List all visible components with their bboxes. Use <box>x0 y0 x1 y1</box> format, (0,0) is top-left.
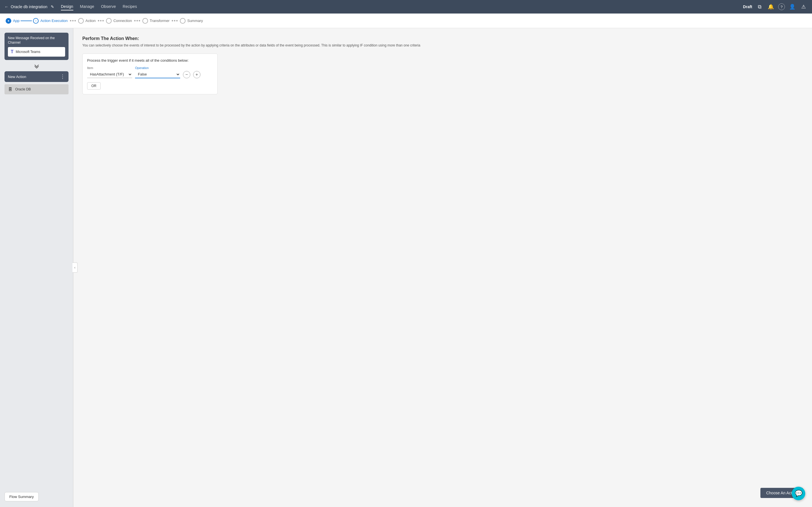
step-label-action-execution: Action Execution <box>40 18 68 23</box>
top-navigation: ← Oracle db integration ✎ Design Manage … <box>0 0 812 13</box>
action-card[interactable]: New Action ⋮ <box>4 71 68 82</box>
step-transformer[interactable]: Transformer <box>142 18 169 24</box>
step-circle-action <box>78 18 84 24</box>
back-button[interactable]: ← Oracle db integration ✎ <box>4 4 54 9</box>
step-label-action: Action <box>86 18 96 23</box>
step-label-summary: Summary <box>187 18 203 23</box>
trigger-inner: T Microsoft Teams <box>8 47 65 57</box>
item-select[interactable]: HasAttachment (T/F) Subject From Body <box>87 71 132 78</box>
step-label-transformer: Transformer <box>150 18 169 23</box>
step-circle-connection <box>106 18 112 24</box>
main-layout: New Message Received on the Channel T Mi… <box>0 28 812 507</box>
content-area: Perform The Action When: You can selecti… <box>73 28 812 507</box>
step-circle-summary <box>180 18 186 24</box>
back-arrow-icon: ← <box>4 4 8 9</box>
action-card-wrapper: New Action ⋮ 🗄 Oracle DB <box>4 71 68 94</box>
tab-observe[interactable]: Observe <box>101 3 116 10</box>
item-label: Item <box>87 66 132 69</box>
main-nav-tabs: Design Manage Observe Recipes <box>61 3 137 10</box>
operation-label: Operation <box>135 66 180 69</box>
condition-title: Process the trigger event if it meets al… <box>87 58 213 62</box>
trigger-card[interactable]: New Message Received on the Channel T Mi… <box>4 33 68 60</box>
flow-summary-button[interactable]: Flow Summary <box>4 492 39 501</box>
step-action-execution[interactable]: ○ Action Execution <box>33 18 68 24</box>
or-button[interactable]: OR <box>87 82 101 90</box>
tab-manage[interactable]: Manage <box>80 3 94 10</box>
header-right: Draft ⧉ 🔔 ? 👤 ⚠ <box>743 3 808 11</box>
operation-field-group: Operation False True Equals Not Equals <box>135 66 180 78</box>
step-app[interactable]: ● App <box>6 18 19 24</box>
action-inner: 🗄 Oracle DB <box>4 84 68 94</box>
sidebar: New Message Received on the Channel T Mi… <box>0 28 73 507</box>
step-summary[interactable]: Summary <box>180 18 203 24</box>
condition-box: Process the trigger event if it meets al… <box>82 54 218 94</box>
edit-icon[interactable]: ✎ <box>51 4 54 9</box>
action-app-name: Oracle DB <box>15 87 31 91</box>
draft-status: Draft <box>743 4 752 9</box>
tab-design[interactable]: Design <box>61 3 73 10</box>
oracle-db-icon: 🗄 <box>7 87 13 92</box>
tab-recipes[interactable]: Recipes <box>123 3 137 10</box>
microsoft-teams-icon: T <box>11 49 13 54</box>
add-condition-button[interactable]: + <box>193 71 200 78</box>
step-action[interactable]: Action <box>78 18 96 24</box>
chat-bubble-button[interactable]: 💬 <box>792 487 805 500</box>
step-circle-app: ● <box>6 18 11 24</box>
section-title: Perform The Action When: <box>82 36 803 41</box>
step-dots-2 <box>70 20 76 21</box>
step-navigation: ● App ○ Action Execution Action Connecti… <box>0 13 812 28</box>
step-label-app: App <box>13 18 19 23</box>
bell-icon[interactable]: 🔔 <box>767 3 775 11</box>
trigger-title: New Message Received on the Channel <box>8 36 65 45</box>
external-link-icon[interactable]: ⧉ <box>756 3 763 11</box>
section-description: You can selectively choose the events of… <box>82 43 803 48</box>
step-dots-3 <box>98 20 104 21</box>
expand-icon[interactable] <box>4 62 68 71</box>
step-dots-4 <box>134 20 140 21</box>
user-icon[interactable]: 👤 <box>788 3 796 11</box>
trigger-app-name: Microsoft Teams <box>16 50 40 54</box>
step-connection[interactable]: Connection <box>106 18 132 24</box>
action-card-title: New Action <box>8 75 26 79</box>
step-connector-1 <box>20 20 32 21</box>
help-icon[interactable]: ? <box>778 3 785 10</box>
step-circle-transformer <box>142 18 148 24</box>
remove-condition-button[interactable]: − <box>183 71 190 78</box>
alert-icon[interactable]: ⚠ <box>800 3 808 11</box>
item-field-group: Item HasAttachment (T/F) Subject From Bo… <box>87 66 132 78</box>
step-dots-5 <box>172 20 177 21</box>
chat-icon: 💬 <box>795 490 802 497</box>
condition-row: Item HasAttachment (T/F) Subject From Bo… <box>87 66 213 78</box>
sidebar-toggle-button[interactable]: ‹ <box>72 263 78 273</box>
app-title: Oracle db integration <box>11 4 47 9</box>
more-options-button[interactable]: ⋮ <box>60 74 65 79</box>
operation-select[interactable]: False True Equals Not Equals <box>135 71 180 78</box>
step-circle-action-execution: ○ <box>33 18 39 24</box>
step-label-connection: Connection <box>113 18 132 23</box>
